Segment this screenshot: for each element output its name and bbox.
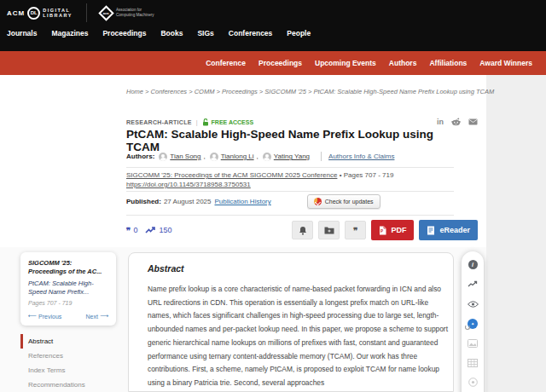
- authors-divider: [321, 152, 322, 161]
- linkedin-icon[interactable]: in: [437, 118, 444, 126]
- conference-subnav: Conference Proceedings Upcoming Events A…: [0, 51, 546, 75]
- prev-arrow-icon: ⟵: [28, 313, 37, 320]
- alerts-button[interactable]: [292, 221, 313, 239]
- citation-icon: ❞: [126, 227, 131, 234]
- trend-icon: [468, 280, 478, 288]
- acm-logo-text: ACM: [7, 9, 25, 17]
- ereader-icon: [427, 226, 435, 235]
- crossmark-icon: [314, 198, 322, 205]
- breadcrumb: Home > Conferences > COMM > Proceedings …: [126, 87, 495, 96]
- trend-icon: [145, 226, 156, 234]
- breadcrumb-sep: >: [189, 88, 192, 95]
- sidebar-venue[interactable]: SIGCOMM '25: Proceedings of the AC...: [28, 259, 108, 276]
- media-button[interactable]: [468, 377, 479, 388]
- folder-add-icon: [324, 226, 334, 234]
- free-access-label: FREE ACCESS: [212, 119, 254, 125]
- citation-count[interactable]: ❞ 0: [126, 226, 137, 234]
- venue-block: SIGCOMM '25: Proceedings of the ACM SIGC…: [126, 170, 468, 189]
- article-type-label: RESEARCH-ARTICLE: [126, 119, 192, 125]
- figures-button[interactable]: [468, 337, 479, 349]
- pages-label: Pages 707 - 719: [344, 171, 394, 179]
- save-to-binder-button[interactable]: [318, 221, 340, 239]
- breadcrumb-conferences[interactable]: Conferences: [151, 88, 188, 95]
- sidebar-pages: Pages 707 - 719: [28, 300, 108, 306]
- nav-journals[interactable]: Journals: [7, 29, 37, 37]
- meta-divider: |: [196, 119, 198, 125]
- previous-article-link[interactable]: ⟵ Previous: [28, 313, 61, 320]
- section-nav-index-terms[interactable]: Index Terms: [20, 363, 116, 378]
- subnav-award-winners[interactable]: Award Winners: [479, 59, 532, 67]
- reddit-icon[interactable]: [451, 118, 461, 126]
- nav-conferences[interactable]: Conferences: [229, 29, 273, 37]
- venue-link[interactable]: SIGCOMM '25: Proceedings of the ACM SIGC…: [126, 171, 337, 179]
- section-nav: Abstract References Index Terms Recommen…: [20, 334, 116, 392]
- section-nav-recommendations[interactable]: Recommendations: [20, 378, 116, 392]
- section-nav-references[interactable]: References: [20, 349, 116, 363]
- check-for-updates-button[interactable]: Check for updates: [307, 194, 380, 209]
- metrics-row: ❞ 0 150: [126, 220, 478, 240]
- divider-line: [126, 167, 454, 168]
- svg-text:P: P: [380, 229, 383, 233]
- ereader-button[interactable]: eReader: [419, 220, 478, 240]
- subnav-affiliations[interactable]: Affiliations: [429, 59, 467, 67]
- digital-library-text: DIGITAL LIBRARY: [43, 8, 73, 19]
- authors-info-claims-link[interactable]: Authors Info & Claims: [328, 153, 394, 160]
- views-button[interactable]: [468, 298, 479, 309]
- nav-people[interactable]: People: [287, 29, 311, 37]
- association-text: Association for Computing Machinery: [116, 8, 154, 17]
- nav-magazines[interactable]: Magazines: [51, 29, 88, 37]
- breadcrumb-sep: >: [308, 88, 311, 95]
- author-avatar: [263, 153, 271, 161]
- abstract-text: Name prefix lookup is a core characteris…: [148, 283, 448, 390]
- pdf-button[interactable]: P PDF: [371, 220, 414, 240]
- published-date: 27 August 2025: [164, 198, 212, 205]
- bell-icon: [299, 226, 307, 235]
- published-row: Published: 27 August 2025 Publication Hi…: [126, 194, 478, 209]
- eye-icon: [468, 301, 479, 308]
- author-tianlong-li[interactable]: Tianlong Li,: [210, 153, 258, 161]
- acm-dl-article-page: ACM DL DIGITAL LIBRARY acm Association f…: [0, 0, 546, 392]
- author-tian-song[interactable]: Tian Song,: [159, 153, 205, 161]
- subnav-authors[interactable]: Authors: [389, 59, 417, 67]
- downloads-count[interactable]: 150: [145, 226, 171, 234]
- breadcrumb-home[interactable]: Home: [126, 88, 143, 95]
- free-access-badge: FREE ACCESS: [202, 118, 254, 126]
- nav-sigs[interactable]: SIGs: [197, 29, 213, 37]
- breadcrumb-sep: >: [259, 88, 263, 95]
- subnav-conference[interactable]: Conference: [206, 59, 246, 67]
- share-icons: in: [437, 118, 478, 126]
- acm-diamond-icon: acm: [98, 5, 113, 20]
- table-icon: [468, 359, 478, 367]
- subnav-proceedings[interactable]: Proceedings: [258, 59, 302, 67]
- subnav-upcoming-events[interactable]: Upcoming Events: [315, 59, 376, 67]
- acm-association-logo[interactable]: acm Association for Computing Machinery: [101, 8, 154, 19]
- email-icon[interactable]: [468, 118, 478, 125]
- next-article-link[interactable]: Next ⟶: [86, 313, 108, 320]
- altmetric-badge[interactable]: ✦: [468, 318, 479, 329]
- section-nav-abstract[interactable]: Abstract: [20, 334, 116, 349]
- breadcrumb-sigcomm25[interactable]: SIGCOMM '25: [264, 88, 306, 95]
- nav-proceedings[interactable]: Proceedings: [102, 29, 146, 37]
- tables-button[interactable]: [468, 357, 479, 368]
- disc-icon: [468, 378, 478, 387]
- main-nav: Journals Magazines Proceedings Books SIG…: [7, 29, 311, 37]
- abstract-section: Abstract Name prefix lookup is a core ch…: [128, 252, 454, 392]
- cite-button[interactable]: ❞: [345, 221, 366, 239]
- abstract-heading: Abstract: [148, 263, 434, 274]
- quote-icon: ❞: [353, 227, 357, 234]
- info-button[interactable]: i: [468, 259, 479, 270]
- open-lock-icon: [202, 118, 209, 126]
- doi-link[interactable]: https://doi.org/10.1145/3718958.3750531: [126, 181, 251, 188]
- publication-history-link[interactable]: Publication History: [215, 198, 271, 205]
- divider-line: [126, 215, 454, 216]
- action-buttons: ❞ P PDF eReader: [292, 220, 478, 240]
- metrics-button[interactable]: [468, 279, 479, 290]
- logo-divider: [86, 3, 87, 22]
- pdf-file-icon: P: [379, 226, 386, 235]
- breadcrumb-comm[interactable]: COMM: [195, 88, 215, 95]
- acm-dl-logo[interactable]: ACM DL DIGITAL LIBRARY: [7, 7, 73, 20]
- breadcrumb-proceedings[interactable]: Proceedings: [222, 88, 258, 95]
- author-yating-yang[interactable]: Yating Yang: [263, 153, 310, 161]
- nav-books[interactable]: Books: [160, 29, 183, 37]
- authors-row: Authors: Tian Song, Tianlong Li, Yating …: [126, 152, 478, 161]
